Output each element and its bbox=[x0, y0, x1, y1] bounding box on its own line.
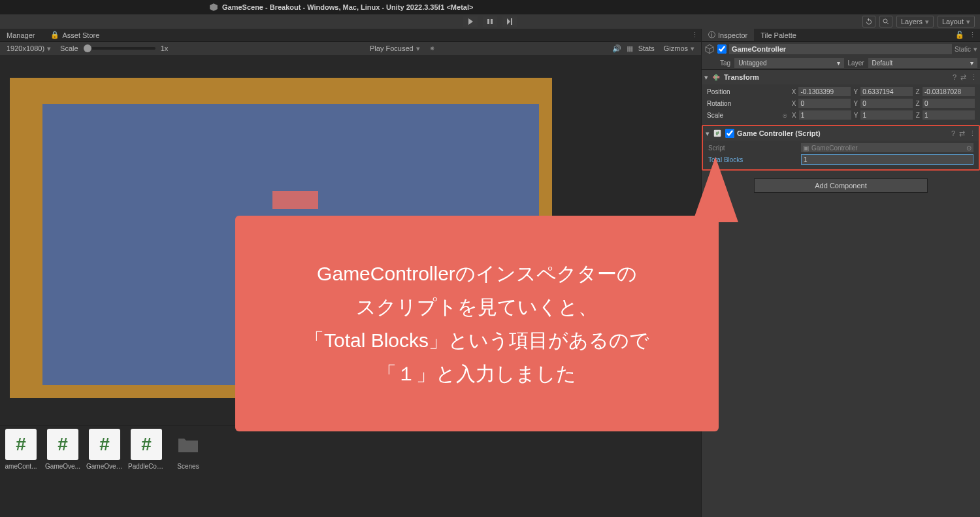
scale-label: Scale bbox=[707, 112, 780, 119]
playback-toolbar: Layers▾ Layout▾ bbox=[0, 14, 980, 29]
step-button[interactable] bbox=[502, 16, 517, 27]
play-focused-dropdown[interactable]: Play Focused▾ bbox=[366, 43, 424, 54]
asset-item[interactable]: #GameOve... bbox=[44, 429, 81, 470]
asset-label: Scenes bbox=[170, 463, 206, 470]
folder-icon bbox=[172, 429, 204, 460]
game-view-toolbar: 1920x1080)▾ Scale 1x Play Focused▾ ⁕ 🔊 ▦… bbox=[0, 42, 701, 55]
script-file-icon: # bbox=[131, 429, 162, 460]
layout-dropdown[interactable]: Layout▾ bbox=[938, 16, 975, 27]
tab-manager[interactable]: Manager bbox=[3, 30, 39, 41]
script-component-title: Game Controller (Script) bbox=[737, 129, 949, 137]
game-brick bbox=[272, 191, 318, 209]
search-icon[interactable] bbox=[879, 16, 892, 27]
object-active-checkbox[interactable] bbox=[717, 44, 727, 54]
game-controller-script-component: ▾ # Game Controller (Script) ?⇄⋮ Script … bbox=[702, 125, 980, 171]
script-file-icon: # bbox=[5, 429, 37, 460]
scale-z-field[interactable] bbox=[923, 110, 975, 120]
object-name-field[interactable] bbox=[729, 44, 952, 54]
svg-rect-0 bbox=[487, 19, 489, 24]
svg-point-3 bbox=[883, 19, 887, 23]
static-dropdown[interactable]: ▾ bbox=[973, 45, 977, 54]
position-z-field[interactable] bbox=[923, 87, 975, 96]
script-header[interactable]: ▾ # Game Controller (Script) ?⇄⋮ bbox=[703, 126, 979, 141]
svg-rect-1 bbox=[491, 19, 493, 24]
tag-dropdown[interactable]: Untagged▾ bbox=[734, 58, 843, 68]
resolution-dropdown[interactable]: 1920x1080)▾ bbox=[3, 43, 55, 54]
help-icon[interactable]: ? bbox=[953, 73, 956, 82]
rotation-x-field[interactable] bbox=[798, 99, 851, 108]
total-blocks-field[interactable] bbox=[801, 154, 973, 165]
total-blocks-label: Total Blocks bbox=[708, 156, 800, 163]
gameobject-icon[interactable] bbox=[704, 44, 715, 54]
annotation-callout: GameControllerのインスペクターの スクリプトを見ていくと、 「To… bbox=[235, 216, 719, 431]
scale-label: Scale bbox=[60, 44, 78, 52]
toolbar-right: Layers▾ Layout▾ bbox=[862, 16, 975, 27]
asset-label: GameOve... bbox=[44, 463, 81, 470]
script-field-label: Script bbox=[708, 144, 800, 152]
scale-link-icon[interactable]: ⍟ bbox=[781, 111, 789, 119]
bug-icon[interactable]: ⁕ bbox=[429, 44, 435, 53]
undo-history-icon[interactable] bbox=[862, 16, 875, 27]
play-button[interactable] bbox=[463, 16, 478, 27]
transform-component: ▾ Transform ?⇄⋮ Position X Y Z Rotation … bbox=[702, 69, 980, 125]
script-icon: # bbox=[712, 128, 723, 139]
callout-text: GameControllerのインスペクターの スクリプトを見ていくと、 「To… bbox=[304, 257, 649, 390]
asset-item[interactable]: #GameOver... bbox=[86, 429, 123, 470]
script-file-icon: ▣ bbox=[803, 144, 809, 152]
unity-logo-icon bbox=[209, 3, 218, 12]
lock-icon: 🔒 bbox=[50, 31, 59, 39]
component-menu-icon[interactable]: ⋮ bbox=[970, 73, 977, 82]
static-label: Static bbox=[955, 46, 971, 53]
component-menu-icon[interactable]: ⋮ bbox=[969, 129, 976, 138]
transform-icon bbox=[711, 72, 721, 82]
layers-dropdown[interactable]: Layers▾ bbox=[896, 16, 934, 27]
object-picker-icon[interactable]: ⊙ bbox=[966, 144, 972, 152]
add-component-button[interactable]: Add Component bbox=[754, 178, 928, 193]
transform-title: Transform bbox=[724, 73, 950, 81]
fold-icon: ▾ bbox=[704, 73, 708, 82]
pause-button[interactable] bbox=[483, 16, 497, 27]
svg-rect-2 bbox=[511, 18, 512, 25]
scale-value: 1x bbox=[161, 44, 169, 52]
preset-icon[interactable]: ⇄ bbox=[959, 129, 965, 138]
assets-browser: #ameCont...#GameOve...#GameOver...#Paddl… bbox=[0, 425, 701, 517]
asset-label: GameOver... bbox=[86, 463, 123, 470]
script-file-icon: # bbox=[89, 429, 120, 460]
window-title: GameScene - Breakout - Windows, Mac, Lin… bbox=[222, 3, 473, 11]
volume-icon[interactable]: 🔊 bbox=[612, 44, 621, 53]
asset-item[interactable]: #PaddleCon... bbox=[128, 429, 165, 470]
position-x-field[interactable] bbox=[798, 87, 851, 96]
transform-header[interactable]: ▾ Transform ?⇄⋮ bbox=[702, 70, 980, 84]
position-y-field[interactable] bbox=[860, 87, 913, 96]
script-object-field[interactable]: ▣ GameController ⊙ bbox=[801, 143, 973, 152]
rotation-z-field[interactable] bbox=[923, 99, 975, 108]
help-icon[interactable]: ? bbox=[951, 129, 955, 138]
inspector-lock-icon[interactable]: 🔓 bbox=[955, 31, 964, 39]
scale-slider[interactable] bbox=[84, 47, 155, 50]
tabs-menu-icon[interactable]: ⋮ bbox=[691, 31, 698, 39]
asset-label: PaddleCon... bbox=[128, 463, 165, 470]
script-file-icon: # bbox=[47, 429, 78, 460]
script-enabled-checkbox[interactable] bbox=[725, 129, 734, 138]
vr-icon[interactable]: ▦ bbox=[627, 44, 633, 53]
left-tabs: Manager 🔒Asset Store ⋮ bbox=[0, 29, 701, 42]
asset-item[interactable]: #ameCont... bbox=[3, 429, 39, 470]
gizmos-dropdown[interactable]: Gizmos▾ bbox=[660, 43, 698, 54]
scale-x-field[interactable] bbox=[799, 110, 851, 120]
rotation-y-field[interactable] bbox=[860, 99, 913, 108]
tab-asset-store[interactable]: 🔒Asset Store bbox=[46, 29, 103, 41]
inspector-icon: ⓘ bbox=[708, 30, 715, 40]
inspector-menu-icon[interactable]: ⋮ bbox=[969, 31, 976, 39]
stats-button[interactable]: Stats bbox=[638, 44, 655, 52]
asset-item[interactable]: Scenes bbox=[170, 429, 206, 470]
window-title-bar: GameScene - Breakout - Windows, Mac, Lin… bbox=[0, 0, 980, 14]
layer-dropdown[interactable]: Default▾ bbox=[868, 58, 977, 68]
layer-label: Layer bbox=[848, 59, 864, 67]
tag-label: Tag bbox=[720, 59, 730, 67]
tab-inspector[interactable]: ⓘInspector bbox=[702, 29, 754, 41]
svg-text:#: # bbox=[715, 130, 719, 137]
tab-tile-palette[interactable]: Tile Palette bbox=[754, 30, 803, 41]
rotation-label: Rotation bbox=[707, 100, 789, 107]
preset-icon[interactable]: ⇄ bbox=[960, 73, 966, 82]
scale-y-field[interactable] bbox=[860, 110, 913, 120]
